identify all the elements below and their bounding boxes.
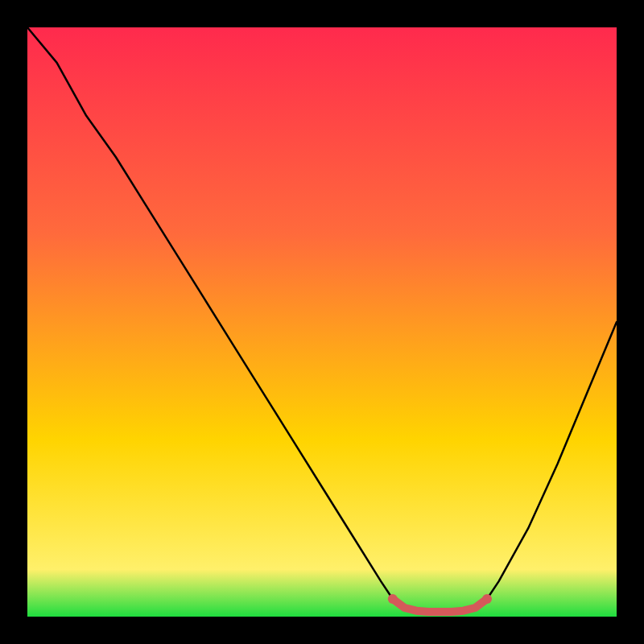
chart-frame: TheBottleneck.com (0, 0, 644, 644)
bottleneck-chart (0, 0, 644, 644)
optimal-range-end-dot (482, 594, 492, 604)
optimal-range-end-dot (388, 594, 398, 604)
